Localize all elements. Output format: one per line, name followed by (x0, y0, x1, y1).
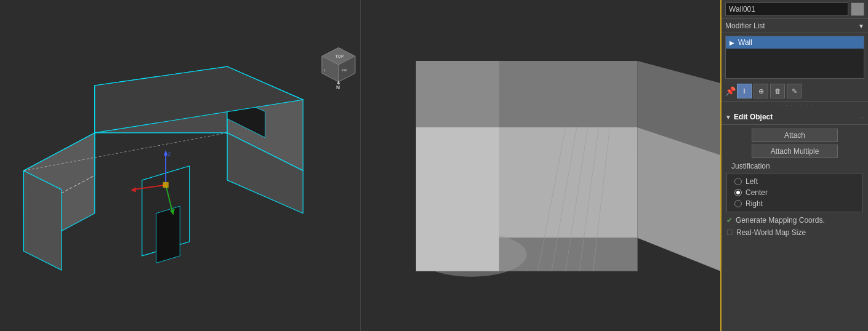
hierarchy-button[interactable]: ⊕ (753, 84, 768, 98)
edit-object-section-header[interactable]: ▼ Edit Object · · (721, 110, 868, 125)
radio-left-circle (734, 178, 742, 185)
color-swatch[interactable] (851, 2, 864, 16)
panel-separator: · · · · · · · · (721, 102, 868, 110)
generate-mapping-label: Generate Mapping Coords. (736, 216, 825, 225)
radio-center[interactable]: Center (734, 188, 855, 197)
viewport-right[interactable] (361, 0, 721, 331)
real-world-checkbox-icon: ☐ (726, 228, 733, 237)
svg-text:N: N (336, 84, 340, 90)
attach-btn-row: Attach (726, 129, 863, 142)
modifier-stack: ▶ Wall (725, 36, 864, 79)
right-panel: Modifier List ▼ ▶ Wall 📌 I ⊕ 🗑 ✎ · · · ·… (720, 0, 868, 331)
attach-multiple-btn-row: Attach Multiple (726, 145, 863, 158)
svg-marker-45 (416, 127, 499, 271)
panel-header (721, 0, 868, 19)
viewport-right-svg (361, 0, 721, 331)
object-name-input[interactable] (725, 2, 848, 16)
section-title: Edit Object (734, 113, 859, 121)
svg-marker-9 (156, 206, 180, 263)
viewport-left[interactable]: Z TOP FR L N (0, 0, 361, 331)
svg-text:TOP: TOP (336, 54, 344, 58)
viewport-area: Z TOP FR L N (0, 0, 720, 331)
justification-label: Justification (731, 162, 863, 170)
radio-center-label: Center (745, 188, 768, 197)
modifier-item-arrow: ▶ (729, 39, 734, 46)
viewport-left-svg: Z TOP FR L N (0, 0, 360, 331)
svg-text:FR: FR (342, 68, 347, 72)
configure-button[interactable]: ✎ (787, 84, 802, 98)
radio-right[interactable]: Right (734, 199, 855, 208)
svg-text:L: L (324, 68, 327, 72)
section-header-dots: · · (859, 114, 864, 121)
section-collapse-arrow: ▼ (725, 114, 731, 121)
attach-multiple-button[interactable]: Attach Multiple (752, 145, 838, 158)
svg-marker-44 (416, 61, 499, 127)
generate-mapping-row[interactable]: ✔ Generate Mapping Coords. (726, 216, 863, 225)
toolbar-row: 📌 I ⊕ 🗑 ✎ (721, 81, 868, 102)
real-world-row[interactable]: ☐ Real-World Map Size (726, 228, 863, 237)
modifier-list-dropdown-icon[interactable]: ▼ (858, 23, 864, 30)
svg-rect-20 (163, 182, 169, 188)
justification-radio-group: Left Center Right (726, 173, 863, 212)
radio-center-circle (734, 189, 742, 196)
modifier-item-wall[interactable]: ▶ Wall (726, 36, 864, 49)
svg-text:Z: Z (167, 151, 171, 158)
real-world-label: Real-World Map Size (736, 228, 806, 237)
edit-object-body: Attach Attach Multiple Justification Lef… (721, 125, 868, 241)
modifier-list-label: Modifier List (725, 22, 858, 30)
generate-mapping-checkbox-icon: ✔ (726, 216, 733, 225)
modifier-list-row: Modifier List ▼ (721, 19, 868, 33)
attach-button[interactable]: Attach (752, 129, 838, 142)
radio-right-circle (734, 200, 742, 207)
radio-left[interactable]: Left (734, 177, 855, 186)
radio-left-label: Left (745, 177, 758, 186)
modifier-button[interactable]: I (737, 84, 752, 98)
radio-right-label: Right (745, 199, 763, 208)
pin-button[interactable]: 📌 (725, 84, 735, 98)
modifier-item-label: Wall (738, 38, 752, 47)
delete-button[interactable]: 🗑 (770, 84, 785, 98)
